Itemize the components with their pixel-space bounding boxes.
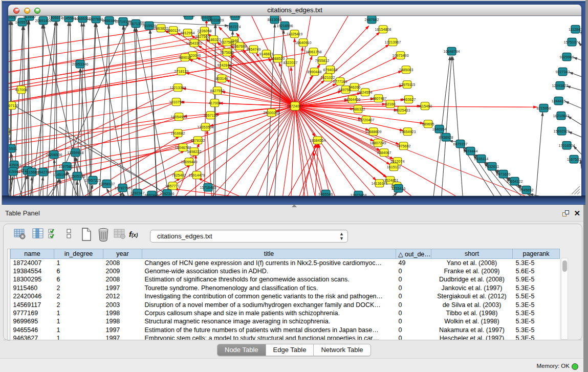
svg-text:1916682: 1916682 [170,131,185,136]
svg-text:18807249: 18807249 [369,141,386,145]
svg-text:9329966: 9329966 [559,55,574,59]
svg-text:9145561: 9145561 [61,16,76,20]
svg-text:9777169: 9777169 [333,79,347,84]
svg-text:8186323: 8186323 [206,37,221,42]
svg-text:12975115: 12975115 [399,82,415,87]
svg-text:1640954: 1640954 [432,127,446,132]
svg-text:2226058: 2226058 [197,29,211,33]
svg-text:6679197: 6679197 [453,142,467,146]
svg-text:3267110: 3267110 [203,113,217,118]
svg-text:1733416: 1733416 [391,186,405,191]
svg-text:9146821: 9146821 [259,52,273,56]
svg-text:9227342: 9227342 [555,70,570,74]
svg-text:6794028: 6794028 [323,68,337,72]
svg-text:7955812: 7955812 [315,58,329,63]
svg-text:1010755: 1010755 [169,100,183,104]
svg-text:12942737: 12942737 [35,170,51,174]
svg-text:8454749: 8454749 [246,47,260,52]
svg-text:8813054: 8813054 [267,17,281,22]
svg-text:8322037: 8322037 [283,60,297,65]
svg-text:1527602: 1527602 [89,17,103,21]
svg-text:9463627: 9463627 [401,97,416,102]
svg-text:8878332: 8878332 [190,138,205,143]
svg-text:7625402: 7625402 [171,173,186,178]
svg-text:803144: 803144 [215,76,228,81]
svg-text:417008: 417008 [15,87,27,92]
svg-text:359153: 359153 [9,137,10,141]
svg-text:15751074: 15751074 [563,40,580,45]
svg-text:7975692: 7975692 [396,144,410,148]
svg-text:11325419: 11325419 [286,32,302,36]
svg-text:8938928: 8938928 [439,135,453,140]
svg-text:19384554: 19384554 [309,138,325,143]
svg-text:15720407: 15720407 [358,118,374,122]
svg-text:9242848: 9242848 [217,63,231,68]
svg-text:7986322: 7986322 [351,107,365,112]
svg-text:12505135: 12505135 [69,174,85,179]
svg-text:18099449: 18099449 [181,160,197,164]
svg-text:10654122: 10654122 [506,179,522,184]
svg-text:9692441: 9692441 [144,193,159,196]
svg-text:1145194: 1145194 [53,172,67,177]
svg-text:62160: 62160 [385,102,395,106]
svg-text:689695: 689695 [422,122,434,126]
svg-text:15716485: 15716485 [200,185,216,190]
svg-text:9457771: 9457771 [165,184,180,188]
svg-text:10807487: 10807487 [370,96,386,101]
svg-text:17359918: 17359918 [67,150,83,155]
svg-text:19654923: 19654923 [399,129,416,134]
svg-text:12213967: 12213967 [384,40,401,45]
svg-text:3660124: 3660124 [166,28,180,33]
svg-text:12923468: 12923468 [350,193,366,196]
svg-text:20206536: 20206536 [46,152,62,157]
svg-text:18724007: 18724007 [287,104,303,108]
svg-text:10958107: 10958107 [98,182,115,186]
svg-text:746266: 746266 [348,85,360,90]
svg-text:1435061: 1435061 [9,163,21,167]
svg-text:1292347: 1292347 [130,191,144,195]
svg-text:417006: 417006 [208,101,221,105]
svg-text:15692921: 15692921 [553,129,570,134]
svg-text:16210643: 16210643 [553,114,569,118]
svg-text:9474444: 9474444 [463,149,477,154]
svg-text:10973493: 10973493 [392,53,408,58]
svg-text:16782759: 16782759 [114,186,130,190]
svg-text:1244415: 1244415 [551,99,565,103]
svg-text:16640910: 16640910 [295,40,311,45]
svg-text:12093822: 12093822 [552,83,568,88]
svg-text:3267130: 3267130 [9,103,18,108]
svg-text:105532: 105532 [229,16,241,18]
svg-text:7515526: 7515526 [142,24,156,28]
svg-text:8471626: 8471626 [496,172,510,177]
svg-text:9384067: 9384067 [377,150,391,155]
svg-text:1292346: 1292346 [160,191,174,196]
svg-text:2718129: 2718129 [174,69,188,74]
svg-text:140557: 140557 [9,16,17,19]
svg-text:915501: 915501 [9,146,17,151]
svg-text:20053346: 20053346 [72,62,88,67]
svg-text:8912954: 8912954 [180,31,194,35]
svg-text:160338: 160338 [182,16,194,18]
svg-text:913550: 913550 [23,16,35,19]
svg-text:19054933: 19054933 [170,115,187,119]
svg-text:19218596: 19218596 [276,24,293,28]
svg-text:3624554: 3624554 [358,90,372,95]
svg-text:16648784: 16648784 [443,49,460,54]
svg-text:1615112: 1615112 [386,165,400,169]
svg-text:7357274: 7357274 [226,25,241,29]
svg-text:16154808: 16154808 [375,27,391,32]
svg-text:9245652: 9245652 [519,188,533,192]
svg-text:7632611: 7632611 [485,164,498,169]
svg-text:1167533: 1167533 [567,157,580,162]
svg-text:2935114: 2935114 [474,157,488,161]
svg-text:13353594: 13353594 [197,125,213,129]
svg-text:989014: 989014 [179,55,191,60]
svg-text:9115460: 9115460 [418,104,431,108]
svg-text:12213363: 12213363 [169,85,186,90]
svg-text:14136141: 14136141 [371,181,387,186]
svg-text:10975867: 10975867 [58,164,75,169]
svg-text:16961758: 16961758 [305,50,321,54]
svg-text:8990448: 8990448 [307,70,321,74]
svg-text:5498222: 5498222 [187,149,201,154]
svg-text:53594: 53594 [9,129,11,134]
